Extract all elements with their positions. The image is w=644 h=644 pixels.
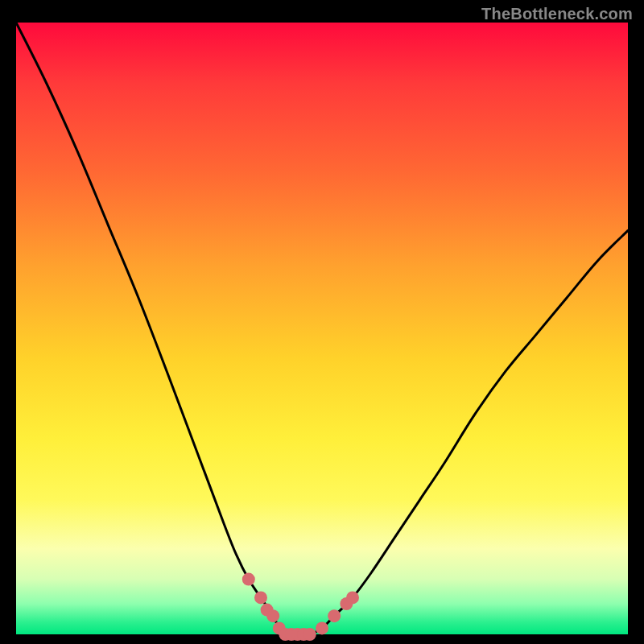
plot-area	[16, 23, 628, 634]
marker-dot	[316, 621, 328, 634]
highlight-dots	[242, 573, 359, 641]
marker-dot	[254, 591, 267, 604]
watermark-text: TheBottleneck.com	[481, 5, 633, 23]
chart-svg	[16, 23, 628, 634]
chart-frame: TheBottleneck.com	[0, 0, 644, 644]
marker-dot	[303, 628, 316, 641]
marker-dot	[242, 573, 255, 586]
bottleneck-curve	[16, 23, 628, 635]
marker-dot	[346, 591, 359, 604]
marker-dot	[266, 609, 279, 622]
marker-dot	[328, 609, 341, 622]
